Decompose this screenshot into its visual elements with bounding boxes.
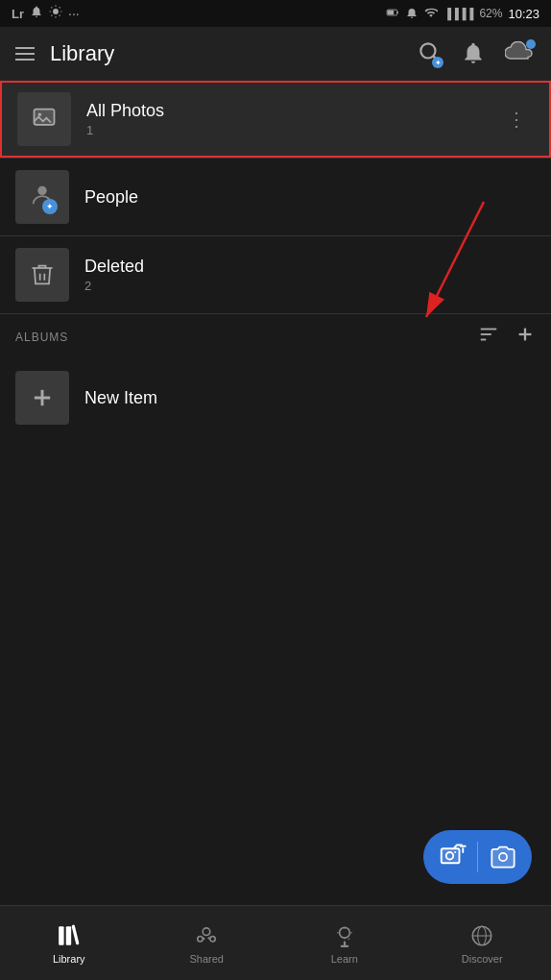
new-item-plus-icon (29, 384, 56, 411)
cloud-icon-wrapper (503, 39, 536, 68)
more-icon: ··· (68, 6, 80, 21)
lr-icon: Lr (12, 7, 24, 21)
new-item-title: New Item (84, 388, 157, 408)
bottom-nav: Library Shared Learn (0, 905, 551, 980)
shared-icon (193, 922, 220, 949)
status-bar: Lr ··· ▐▐▐▐ 62% 10:23 (0, 0, 551, 27)
fab-container (423, 830, 532, 884)
fab-button[interactable] (423, 830, 532, 884)
hamburger-icon (15, 47, 35, 61)
svg-rect-3 (388, 10, 394, 14)
page-title: Library (50, 41, 114, 66)
svg-point-25 (198, 936, 203, 941)
new-item[interactable]: New Item (0, 359, 551, 436)
battery-percent: 62% (479, 7, 502, 20)
nav-discover[interactable]: Discover (414, 906, 552, 980)
albums-actions (478, 324, 536, 350)
albums-label: ALBUMS (15, 331, 68, 344)
albums-section-header: ALBUMS (0, 314, 551, 359)
discover-label: Discover (462, 953, 503, 965)
camera-fab-icon (482, 836, 524, 878)
cloud-button[interactable] (503, 39, 536, 68)
sort-icon (478, 324, 499, 345)
all-photos-item[interactable]: All Photos 1 ⋮ (0, 81, 551, 158)
nav-shared[interactable]: Shared (138, 906, 276, 980)
shared-label: Shared (190, 953, 224, 965)
search-icon-wrapper: ✦ (415, 39, 443, 68)
bell-icon (461, 40, 486, 65)
library-label: Library (53, 953, 85, 965)
svg-point-24 (203, 927, 210, 935)
wifi-icon (424, 6, 438, 22)
people-icon-container: ✦ (15, 170, 69, 224)
svg-point-20 (454, 851, 456, 853)
svg-point-8 (37, 186, 46, 195)
svg-point-7 (38, 113, 42, 117)
fab-divider (477, 842, 478, 872)
status-right: ▐▐▐▐ 62% 10:23 (386, 6, 539, 22)
svg-point-0 (53, 9, 59, 14)
deleted-icon-container (15, 248, 69, 302)
people-text: People (84, 187, 536, 208)
albums-sort-button[interactable] (478, 324, 499, 350)
deleted-item[interactable]: Deleted 2 (0, 236, 551, 313)
discover-icon (468, 922, 495, 949)
people-badge: ✦ (42, 199, 58, 214)
notification-status-icon (30, 5, 43, 22)
all-photos-count: 1 (86, 123, 499, 137)
svg-rect-6 (35, 110, 55, 125)
learn-icon (331, 922, 358, 949)
nav-library[interactable]: Library (0, 906, 138, 980)
signal-icon: ▐▐▐▐ (443, 8, 473, 19)
people-title: People (84, 187, 536, 208)
time-display: 10:23 (508, 7, 539, 21)
deleted-title: Deleted (84, 257, 536, 277)
svg-point-26 (210, 936, 215, 941)
learn-label: Learn (331, 953, 358, 965)
add-photo-fab-icon (431, 836, 473, 878)
search-badge: ✦ (432, 57, 443, 68)
battery-status-icon (386, 6, 399, 22)
deleted-text: Deleted 2 (84, 257, 536, 293)
new-item-icon (15, 371, 69, 425)
plus-icon (515, 324, 536, 345)
nav-left: Library (15, 41, 114, 66)
library-icon (56, 922, 83, 949)
status-left: Lr ··· (12, 5, 80, 22)
all-photos-title: All Photos (86, 101, 499, 121)
search-button[interactable]: ✦ (415, 39, 443, 68)
nav-right: ✦ (415, 39, 536, 68)
all-photos-icon (17, 92, 71, 146)
trash-icon (29, 261, 56, 288)
svg-rect-23 (66, 926, 71, 945)
people-icon-wrapper: ✦ (29, 182, 56, 212)
svg-point-27 (339, 927, 349, 938)
deleted-count: 2 (84, 279, 536, 293)
all-photos-text: All Photos 1 (86, 101, 499, 137)
menu-button[interactable] (15, 47, 35, 61)
top-nav: Library ✦ (0, 27, 551, 81)
all-photos-more-icon[interactable]: ⋮ (499, 100, 534, 138)
alarm-icon (405, 6, 419, 22)
notification-button[interactable] (461, 40, 486, 68)
albums-add-button[interactable] (515, 324, 536, 350)
svg-rect-2 (397, 11, 398, 12)
brightness-icon (49, 5, 62, 22)
svg-rect-22 (59, 926, 63, 945)
nav-learn[interactable]: Learn (276, 906, 414, 980)
cloud-dot (526, 39, 536, 49)
people-item[interactable]: ✦ People (0, 159, 551, 235)
svg-rect-18 (442, 848, 460, 863)
